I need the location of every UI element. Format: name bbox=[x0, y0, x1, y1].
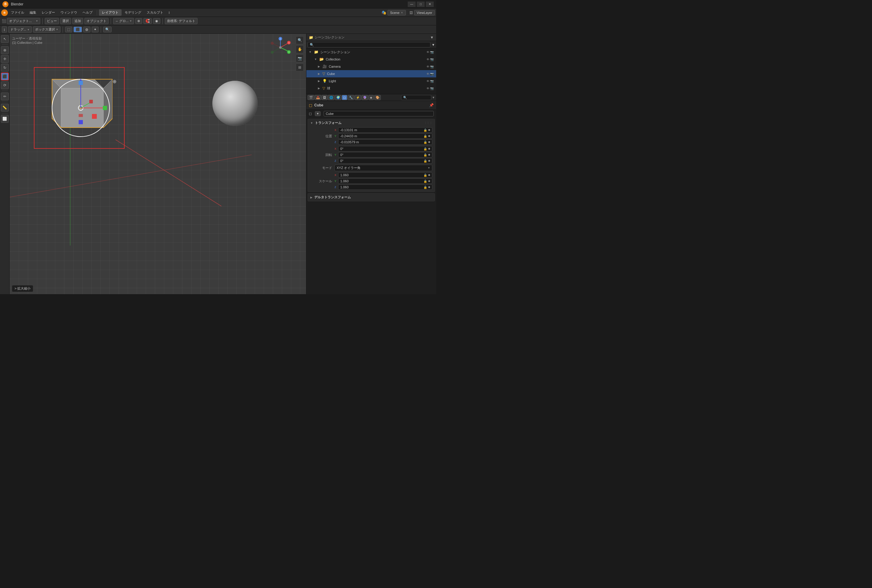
prop-view-layer-icon[interactable]: 🖼 bbox=[322, 95, 328, 100]
view-menu[interactable]: ビュー bbox=[45, 18, 59, 24]
light-eye-icon[interactable]: 👁 bbox=[427, 80, 430, 83]
add-menu[interactable]: 追加 bbox=[72, 18, 83, 24]
position-z[interactable]: -0.010579 m 🔒 bbox=[338, 140, 432, 145]
outliner-item-light[interactable]: ▶ 💡 Light 👁 📷 bbox=[307, 77, 436, 85]
prop-world-icon[interactable]: 🌍 bbox=[335, 95, 341, 100]
pan-btn[interactable]: ✋ bbox=[296, 45, 304, 53]
delta-transform-header[interactable]: ▶ デルタトランスフォーム bbox=[308, 194, 434, 201]
outliner-camera-icon[interactable]: 📷 bbox=[430, 51, 434, 54]
transform-header[interactable]: ▼ トランスフォーム ⋮⋮⋮ bbox=[308, 119, 434, 127]
position-y[interactable]: -0.24433 m 🔒 bbox=[338, 134, 432, 139]
minimize-button[interactable]: — bbox=[408, 2, 416, 7]
outliner-filter-icon[interactable]: ▼ bbox=[430, 35, 434, 40]
shading-rendered[interactable]: ✦ bbox=[92, 27, 99, 32]
scale-tool-btn[interactable]: ⬛ bbox=[1, 72, 9, 80]
menu-window[interactable]: ウィンドウ bbox=[58, 9, 80, 16]
scale-y[interactable]: 1.060 🔒 bbox=[338, 178, 432, 184]
menu-file[interactable]: ファイル bbox=[9, 9, 27, 16]
menu-help[interactable]: ヘルプ bbox=[80, 9, 95, 16]
viewport[interactable]: ユーザー・透視投影 (1) Collection | Cube bbox=[10, 34, 306, 294]
transform-orientations[interactable]: ↔ グロ... ▼ bbox=[113, 18, 134, 24]
outliner-eye-icon[interactable]: 👁 bbox=[427, 51, 430, 54]
prop-physics-icon[interactable]: 🔮 bbox=[361, 95, 368, 100]
move-tool-btn[interactable]: ✛ bbox=[1, 55, 9, 63]
menu-edit[interactable]: 編集 bbox=[27, 9, 39, 16]
prop-particles-icon[interactable]: ⚡ bbox=[355, 95, 361, 100]
ortho-grid-btn[interactable]: ⊞ bbox=[296, 63, 304, 71]
rotation-x[interactable]: 0° 🔒 bbox=[338, 146, 432, 152]
position-x[interactable]: -0.13101 m 🔒 bbox=[338, 127, 432, 133]
transform-select[interactable]: ↕ bbox=[2, 26, 7, 33]
separator1 bbox=[42, 18, 43, 24]
rotation-z[interactable]: 0° 🔒 bbox=[338, 158, 432, 164]
transform-pivot[interactable]: ⊕ bbox=[135, 18, 142, 24]
prop-data-type-btn[interactable]: ▼ bbox=[315, 111, 320, 116]
view-layer-selector[interactable]: ViewLayer bbox=[414, 10, 435, 15]
prop-data-name-input[interactable] bbox=[324, 111, 434, 116]
maximize-button[interactable]: □ bbox=[417, 2, 425, 7]
select-menu[interactable]: 選択 bbox=[60, 18, 71, 24]
measure-tool-btn[interactable]: 📏 bbox=[1, 104, 9, 111]
mode-selector[interactable]: オブジェクト... ▼ bbox=[7, 18, 40, 24]
sphere-eye-icon[interactable]: 👁 bbox=[427, 87, 430, 90]
transform-tool-btn[interactable]: ⟳ bbox=[1, 81, 9, 89]
prop-render-icon[interactable]: 🎬 bbox=[308, 95, 314, 100]
prop-pin-icon[interactable]: 📌 bbox=[429, 103, 434, 107]
scale-z[interactable]: 1.060 🔒 bbox=[338, 184, 432, 190]
cube-eye-icon[interactable]: 👁 bbox=[427, 72, 430, 76]
rotation-y[interactable]: 0° 🔒 bbox=[338, 152, 432, 158]
outliner-search[interactable] bbox=[308, 42, 430, 48]
shading-solid[interactable]: ⬛ bbox=[74, 27, 82, 32]
drag-mode[interactable]: ドラッグ... ▼ bbox=[8, 26, 32, 33]
cube-render-icon[interactable]: 📷 bbox=[430, 72, 434, 76]
svg-line-29 bbox=[280, 48, 289, 51]
camera-eye-icon[interactable]: 👁 bbox=[427, 65, 430, 68]
collection-eye-icon[interactable]: 👁 bbox=[427, 58, 430, 61]
workspace-other[interactable]: l bbox=[166, 10, 172, 15]
proportional-edit[interactable]: ◉ bbox=[153, 18, 160, 24]
camera-btn[interactable]: 📷 bbox=[296, 54, 304, 62]
select-tool-btn[interactable]: ↖ bbox=[1, 35, 9, 43]
prop-object-icon[interactable]: ◻ bbox=[342, 95, 347, 100]
properties-search[interactable] bbox=[401, 95, 431, 100]
shading-wireframe[interactable]: ⬚ bbox=[65, 27, 72, 32]
menu-render[interactable]: レンダー bbox=[39, 9, 57, 16]
scene-selector[interactable]: Scene ✕ bbox=[388, 10, 406, 15]
prop-output-icon[interactable]: 📤 bbox=[314, 95, 321, 100]
prop-scene-icon[interactable]: 🌐 bbox=[328, 95, 335, 100]
outliner-item-collection[interactable]: ▼ 📂 Collection 👁 📷 bbox=[307, 56, 436, 63]
workspace-layout[interactable]: レイアウト bbox=[99, 9, 122, 16]
sphere-render-icon[interactable]: 📷 bbox=[430, 87, 434, 90]
zoom-in-btn[interactable]: 🔍 bbox=[296, 36, 304, 44]
outliner-item-camera[interactable]: ▶ 🎥 Camera 👁 📷 bbox=[307, 63, 436, 70]
prop-mesh-icon[interactable]: ◈ bbox=[368, 95, 374, 100]
outliner-item-scene-collection[interactable]: ▼ 📁 シーンコレクション 👁 📷 bbox=[307, 48, 436, 56]
scale-x[interactable]: 1.060 🔒 bbox=[338, 172, 432, 178]
camera-render-icon[interactable]: 📷 bbox=[430, 65, 434, 68]
prop-material-icon[interactable]: 🎨 bbox=[374, 95, 381, 100]
rotation-mode-dropdown[interactable]: XYZ オイラー角 ▼ bbox=[335, 165, 432, 171]
outliner-sort-btn[interactable]: ▼ bbox=[431, 43, 435, 46]
light-render-icon[interactable]: 📷 bbox=[430, 80, 434, 83]
snap-settings[interactable]: 座標系: デフォルト bbox=[165, 18, 197, 24]
outliner-item-cube[interactable]: ▶ ▽ Cube 👁 📷 bbox=[307, 70, 436, 77]
close-button[interactable]: ✕ bbox=[426, 2, 434, 7]
viewport-right-toolbar: 🔍 ✋ 📷 ⊞ bbox=[296, 36, 304, 71]
cursor-tool-btn[interactable]: ⊕ bbox=[1, 46, 9, 54]
workspace-sculpt[interactable]: スカルプト bbox=[144, 9, 166, 16]
add-cube-btn[interactable]: ⬜ bbox=[1, 115, 9, 123]
annotate-tool-btn[interactable]: ✏ bbox=[1, 93, 9, 100]
object-menu[interactable]: オブジェクト bbox=[84, 18, 108, 24]
prop-modifier-icon[interactable]: 🔧 bbox=[347, 95, 354, 100]
workspace-modeling[interactable]: モデリング bbox=[122, 9, 144, 16]
snap-toggle[interactable]: 🧲 bbox=[143, 18, 152, 24]
select-mode-dropdown[interactable]: ボックス選択 ▼ bbox=[33, 26, 60, 33]
search-viewport[interactable]: 🔍 bbox=[103, 27, 111, 32]
outliner-item-sphere[interactable]: ▶ ▽ 球 👁 📷 bbox=[307, 85, 436, 92]
properties-filter-btn[interactable]: ▼ bbox=[432, 96, 435, 99]
shading-material[interactable]: ◍ bbox=[83, 27, 90, 32]
zoom-indicator[interactable]: > 拡大縮小 bbox=[12, 285, 33, 292]
rotate-tool-btn[interactable]: ↻ bbox=[1, 64, 9, 72]
outliner: 📁 シーンコレクション ▼ ▼ ▼ 📁 シーンコレクション 👁 📷 bbox=[307, 34, 436, 94]
collection-camera-icon[interactable]: 📷 bbox=[430, 58, 434, 61]
